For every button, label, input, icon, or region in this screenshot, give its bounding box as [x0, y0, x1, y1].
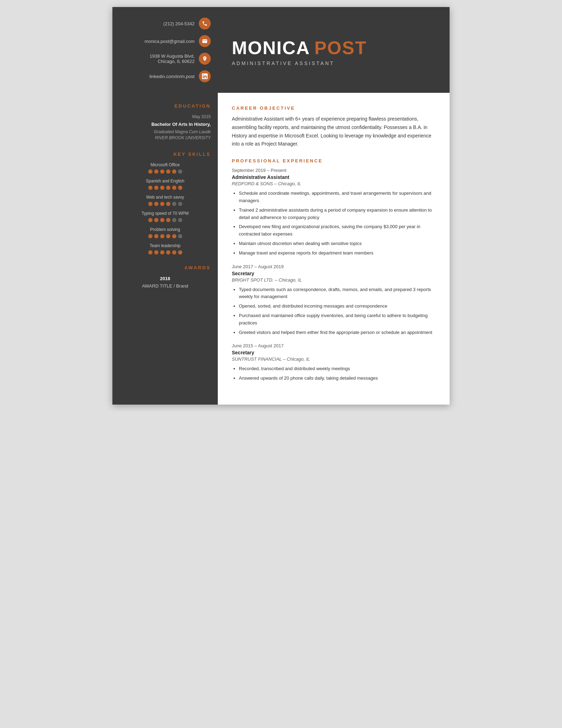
resume: (212) 204-5342 monica.post@gmail.com 193…: [112, 7, 450, 405]
exp-bullet: Trained 2 administrative assistants duri…: [239, 207, 436, 221]
contact-address-item: 1938 W Augusta Blvd, Chicago, IL 60622: [119, 53, 211, 65]
skill-dot-filled: [160, 218, 164, 222]
exp-company: BRIGHT SPOT LTD. – Chicago, IL: [232, 277, 436, 283]
awards-section-title: AWARDS: [119, 265, 211, 270]
skill-dot-filled: [154, 234, 158, 238]
body: EDUCATION May 2015 Bachelor Of Arts In H…: [112, 93, 450, 405]
main-content: CAREER OBJECTIVE Administrative Assistan…: [218, 93, 450, 405]
exp-bullets: Typed documents such as correspondence, …: [239, 286, 436, 336]
first-name: MONICA: [232, 37, 310, 58]
skill-dot-empty: [178, 202, 182, 206]
header-contact: (212) 204-5342 monica.post@gmail.com 193…: [112, 7, 218, 93]
skill-dot-empty: [178, 234, 182, 238]
skill-name: Typing speed of 70 WPM: [119, 211, 211, 216]
skill-name: Problem solving: [119, 227, 211, 232]
contact-phone-item: (212) 204-5342: [119, 18, 211, 30]
experience-entry: June 2017 – August 2019SecretaryBRIGHT S…: [232, 264, 436, 336]
skill-dot-filled: [160, 169, 164, 174]
contact-email-item: monica.post@gmail.com: [119, 35, 211, 47]
skill-dot-filled: [154, 186, 158, 190]
location-icon: [199, 53, 211, 65]
linkedin-icon: [199, 70, 211, 82]
email-text: monica.post@gmail.com: [144, 39, 195, 44]
education-section-title: EDUCATION: [119, 103, 211, 109]
header: (212) 204-5342 monica.post@gmail.com 193…: [112, 7, 450, 93]
experience-entry: June 2015 – August 2017SecretarySUNTRUST…: [232, 343, 436, 382]
exp-date: June 2017 – August 2019: [232, 264, 436, 269]
skill-name: Microsoft Office: [119, 162, 211, 167]
skill-dot-empty: [172, 218, 176, 222]
skill-dot-filled: [172, 186, 176, 190]
exp-job-title: Secretary: [232, 350, 436, 355]
career-objective-title: CAREER OBJECTIVE: [232, 105, 436, 111]
experience-entry: September 2019 – PresentAdministrative A…: [232, 168, 436, 257]
sidebar-education: EDUCATION May 2015 Bachelor Of Arts In H…: [119, 103, 211, 141]
award-year: 2018: [119, 276, 211, 281]
exp-date: June 2015 – August 2017: [232, 343, 436, 348]
skill-name: Web and tech savvy: [119, 195, 211, 200]
experience-title: PROFESSIONAL EXPERIENCE: [232, 158, 436, 163]
skill-dots: [119, 202, 211, 206]
last-name: POST: [314, 37, 367, 58]
exp-bullet: Recorded, transcribed and distributed we…: [239, 365, 436, 373]
education-school: RIVER BROOK UNIVERSITY: [119, 135, 211, 141]
skill-dots: [119, 250, 211, 255]
skill-name: Spanish and English: [119, 179, 211, 183]
sidebar-awards: AWARDS 2018AWARD TITLE / Brand: [119, 265, 211, 289]
skill-dot-filled: [178, 186, 182, 190]
skill-dot-filled: [166, 234, 170, 238]
phone-icon: [199, 18, 211, 30]
skills-section-title: KEY SKILLS: [119, 152, 211, 157]
sidebar-skills: KEY SKILLS Microsoft OfficeSpanish and E…: [119, 152, 211, 255]
skill-dots: [119, 186, 211, 190]
education-honors: Graduated Magna Cum Laude: [119, 129, 211, 135]
exp-bullet: Typed documents such as correspondence, …: [239, 286, 436, 301]
skill-dot-filled: [172, 234, 176, 238]
email-icon: [199, 35, 211, 47]
skill-dots: [119, 234, 211, 238]
exp-bullets: Recorded, transcribed and distributed we…: [239, 365, 436, 382]
skill-dot-empty: [178, 169, 182, 174]
skill-dot-filled: [160, 234, 164, 238]
award-title: AWARD TITLE / Brand: [119, 283, 211, 289]
skills-list: Microsoft OfficeSpanish and EnglishWeb a…: [119, 162, 211, 255]
skill-dots: [119, 218, 211, 222]
exp-bullet: Answered upwards of 20 phone calls daily…: [239, 375, 436, 382]
experience-list: September 2019 – PresentAdministrative A…: [232, 168, 436, 382]
skill-dot-filled: [154, 202, 158, 206]
skill-dot-empty: [172, 202, 176, 206]
exp-date: September 2019 – Present: [232, 168, 436, 173]
skill-dot-filled: [148, 250, 152, 255]
exp-job-title: Secretary: [232, 271, 436, 276]
skill-dot-filled: [160, 186, 164, 190]
exp-bullet: Greeted visitors and helped them either …: [239, 329, 436, 336]
skill-dot-filled: [154, 218, 158, 222]
skill-dot-filled: [148, 169, 152, 174]
skill-dot-filled: [160, 202, 164, 206]
exp-bullet: Opened, sorted, and distributed incoming…: [239, 303, 436, 310]
name-line: MONICA POST: [232, 37, 436, 58]
career-objective-text: Administrative Assistant with 6+ years o…: [232, 115, 436, 148]
skill-dot-filled: [178, 250, 182, 255]
job-title: Administrative Assistant: [232, 60, 436, 66]
skill-dot-empty: [178, 218, 182, 222]
exp-bullet: Schedule and coordinate meetings, appoin…: [239, 190, 436, 205]
skill-dot-filled: [160, 250, 164, 255]
phone-text: (212) 204-5342: [163, 21, 195, 26]
experience-section: PROFESSIONAL EXPERIENCE September 2019 –…: [232, 158, 436, 382]
skill-dot-filled: [166, 186, 170, 190]
education-degree: Bachelor Of Arts In History,: [119, 121, 211, 128]
skill-dot-filled: [172, 169, 176, 174]
awards-list: 2018AWARD TITLE / Brand: [119, 276, 211, 289]
contact-linkedin-item: linkedin.com/in/m.post: [119, 70, 211, 82]
exp-company: REDFORD & SONS – Chicago, IL: [232, 181, 436, 186]
skill-dot-filled: [166, 218, 170, 222]
skill-dots: [119, 169, 211, 174]
sidebar: EDUCATION May 2015 Bachelor Of Arts In H…: [112, 93, 218, 405]
linkedin-text: linkedin.com/in/m.post: [149, 74, 195, 79]
skill-dot-filled: [148, 218, 152, 222]
exp-job-title: Administrative Assistant: [232, 174, 436, 180]
skill-dot-filled: [166, 250, 170, 255]
exp-company: SUNTRUST FINANCIAL – Chicago, IL: [232, 356, 436, 362]
career-objective-section: CAREER OBJECTIVE Administrative Assistan…: [232, 105, 436, 148]
